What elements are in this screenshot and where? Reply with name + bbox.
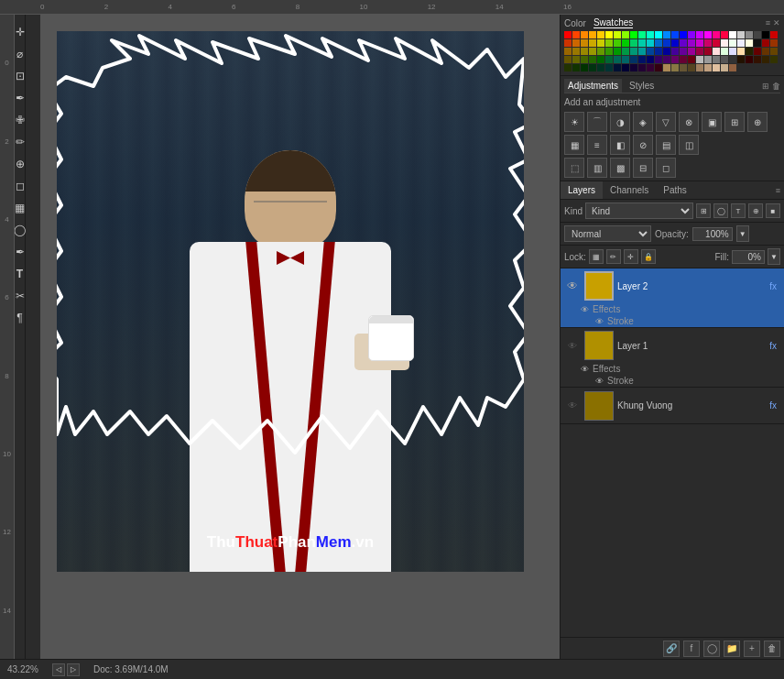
swatch[interactable] (655, 48, 662, 55)
blend-mode-select[interactable]: Normal Dissolve Multiply Screen Overlay (564, 225, 651, 242)
swatch[interactable] (737, 39, 745, 47)
swatch[interactable] (564, 64, 572, 71)
swatch[interactable] (762, 48, 769, 55)
styles-tab[interactable]: Styles (626, 79, 658, 93)
swatch[interactable] (589, 39, 596, 47)
swatch[interactable] (671, 64, 679, 71)
swatch[interactable] (671, 56, 679, 63)
layer-filter-icon4[interactable]: ⊕ (748, 203, 763, 218)
swatch[interactable] (655, 56, 662, 63)
lock-pixel-btn[interactable]: ▦ (589, 249, 604, 264)
layer1-effects-eye[interactable]: 👁 (581, 365, 589, 374)
layer2-stroke-eye[interactable]: 👁 (595, 317, 604, 326)
swatch[interactable] (647, 56, 654, 63)
swatch[interactable] (696, 48, 703, 55)
swatch[interactable] (614, 31, 621, 38)
swatch[interactable] (696, 56, 703, 63)
swatch[interactable] (572, 64, 580, 71)
swatch[interactable] (597, 64, 604, 71)
swatch[interactable] (663, 56, 670, 63)
swatch[interactable] (688, 64, 695, 71)
swatch[interactable] (638, 39, 646, 47)
exposure-adj-icon[interactable]: ◑ (610, 112, 630, 132)
swatch[interactable] (622, 64, 629, 71)
swatch[interactable] (762, 56, 769, 63)
curves-adj-icon[interactable]: ⌒ (587, 112, 607, 132)
hsl-adj-icon[interactable]: ▽ (656, 112, 676, 132)
swatch[interactable] (614, 64, 621, 71)
swatch[interactable] (680, 39, 687, 47)
swatch[interactable] (746, 56, 753, 63)
swatch[interactable] (589, 56, 596, 63)
swatch[interactable] (680, 56, 687, 63)
zoom-controls[interactable]: ◁ ▷ (52, 663, 80, 676)
swatch[interactable] (754, 48, 761, 55)
swatch[interactable] (729, 48, 736, 55)
swatch[interactable] (581, 39, 588, 47)
swatch[interactable] (762, 39, 769, 47)
lock-move-btn[interactable]: ✛ (624, 249, 638, 264)
swatch[interactable] (630, 31, 637, 38)
swatch[interactable] (680, 48, 687, 55)
layer-row-2[interactable]: 👁 Layer 2 fx 👁 Effects (561, 268, 784, 328)
swatch[interactable] (630, 64, 637, 71)
swatch[interactable] (614, 39, 621, 47)
swatch[interactable] (770, 48, 778, 55)
swatch[interactable] (647, 31, 654, 38)
swatch[interactable] (663, 31, 670, 38)
swatch[interactable] (605, 31, 613, 38)
swatch[interactable] (663, 48, 670, 55)
swatch[interactable] (589, 48, 596, 55)
swatch[interactable] (564, 31, 572, 38)
layer-row-khung[interactable]: 👁 Khung Vuong fx (561, 388, 784, 424)
swatch[interactable] (638, 48, 646, 55)
swatch[interactable] (655, 31, 662, 38)
opacity-arrow[interactable]: ▼ (736, 225, 749, 242)
colorbalance-adj-icon[interactable]: ⊗ (679, 112, 699, 132)
layers-menu-icon[interactable]: ≡ (776, 186, 780, 195)
swatch[interactable] (614, 56, 621, 63)
paths-tab[interactable]: Paths (656, 181, 694, 199)
swatch[interactable] (680, 64, 687, 71)
invert-adj-icon[interactable]: ◫ (679, 135, 699, 155)
add-style-btn[interactable]: f (683, 641, 700, 657)
swatch[interactable] (729, 64, 736, 71)
opacity-value-display[interactable]: 100% (692, 227, 733, 241)
lock-all-btn[interactable]: 🔒 (641, 249, 656, 264)
pattern-adj-icon[interactable]: ▩ (610, 158, 630, 178)
threshold-adj-icon[interactable]: ◧ (610, 135, 630, 155)
channels-tab[interactable]: Channels (603, 181, 656, 199)
new-layer-btn[interactable]: + (744, 641, 760, 657)
gradient-adj-icon[interactable]: ▥ (587, 158, 607, 178)
brightness-adj-icon[interactable]: ☀ (564, 112, 584, 132)
swatch[interactable] (721, 56, 728, 63)
fill-arrow[interactable]: ▼ (768, 248, 780, 265)
lock-draw-btn[interactable]: ✏ (606, 249, 621, 264)
swatch[interactable] (581, 31, 588, 38)
swatch[interactable] (729, 56, 736, 63)
swatch[interactable] (746, 31, 753, 38)
swatch[interactable] (754, 56, 761, 63)
swatch[interactable] (721, 39, 728, 47)
swatch[interactable] (746, 48, 753, 55)
swatch[interactable] (721, 48, 728, 55)
swatch[interactable] (638, 31, 646, 38)
swatch[interactable] (737, 48, 745, 55)
swatch[interactable] (572, 31, 580, 38)
swatch[interactable] (655, 39, 662, 47)
fill-value-display[interactable]: 0% (732, 250, 765, 264)
swatch[interactable] (647, 48, 654, 55)
swatch[interactable] (754, 39, 761, 47)
posterize-adj-icon[interactable]: ≡ (587, 135, 607, 155)
swatch[interactable] (605, 56, 613, 63)
swatch[interactable] (605, 39, 613, 47)
khung-visibility-icon[interactable]: 👁 (564, 398, 581, 414)
swatch[interactable] (729, 31, 736, 38)
swatch[interactable] (721, 64, 728, 71)
swatch[interactable] (564, 56, 572, 63)
swatch[interactable] (581, 64, 588, 71)
swatch[interactable] (663, 39, 670, 47)
swatch[interactable] (680, 31, 687, 38)
layer-filter-icon1[interactable]: ⊞ (696, 203, 711, 218)
swatch[interactable] (696, 64, 703, 71)
